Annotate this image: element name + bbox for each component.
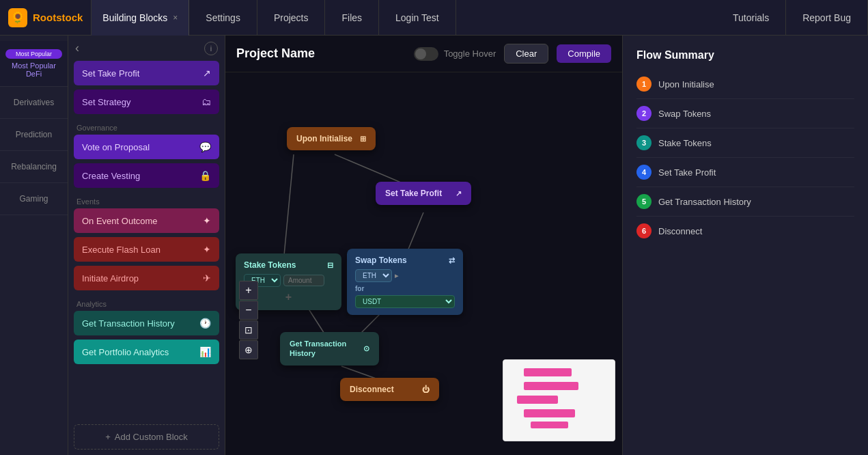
add-custom-label: Add Custom Block	[115, 432, 188, 442]
zoom-controls: + − ⊡ ⊕	[239, 281, 258, 359]
flow-num-1: 1	[636, 77, 652, 92]
section-label-analytics: Analytics	[74, 294, 219, 311]
sidebar-item-label-defi: Most Popular DeFi	[12, 61, 56, 78]
flow-num-3: 3	[636, 135, 652, 150]
flow-item-label-5: Get Transaction History	[658, 197, 751, 207]
node-disconnect[interactable]: Disconnect ⏻	[340, 378, 439, 401]
swap-tokens-label: Swap Tokens	[355, 256, 407, 265]
flow-num-4: 4	[636, 165, 652, 180]
building-blocks-tab[interactable]: Building Blocks ×	[92, 0, 189, 36]
minimap[interactable]	[503, 359, 615, 441]
most-popular-badge: Most Popular	[5, 49, 62, 59]
nav-tab-settings[interactable]: Settings	[189, 0, 257, 36]
swap-icon: ⇄	[449, 256, 455, 265]
clear-button[interactable]: Clear	[504, 44, 548, 64]
top-nav: 🌻 Rootstock Building Blocks × Settings P…	[0, 0, 868, 36]
info-icon[interactable]: i	[204, 42, 218, 55]
sidebar-item-derivatives[interactable]: Derivatives	[0, 87, 68, 119]
flow-num-5: 5	[636, 194, 652, 209]
flow-item-label-1: Upon Initialise	[658, 79, 714, 89]
canvas-area: Project Name Toggle Hover Clear Compile	[225, 36, 622, 455]
block-label: Initiate Airdrop	[82, 273, 139, 284]
flow-item-label-6: Disconnect	[658, 226, 702, 236]
toggle-hover-label: Toggle Hover	[444, 49, 496, 59]
toggle-hover-control[interactable]: Toggle Hover	[414, 47, 496, 61]
block-vote-on-proposal[interactable]: Vote on Proposal 💬	[74, 135, 219, 159]
minimap-block-4	[524, 409, 575, 417]
swap-divider: ▸	[395, 272, 398, 279]
node-swap-tokens[interactable]: Swap Tokens ⇄ ETH ▸ for USDT	[347, 249, 463, 315]
flow-item-label-2: Swap Tokens	[658, 109, 711, 119]
block-icon-lightning: ✦	[203, 215, 211, 226]
flow-summary-item-2: 2 Swap Tokens	[636, 99, 854, 128]
block-label: Vote on Proposal	[82, 142, 150, 152]
block-set-strategy[interactable]: Set Strategy 🗂	[74, 89, 219, 114]
section-label-governance: Governance	[74, 118, 219, 135]
block-label: Create Vesting	[82, 171, 140, 181]
zoom-out-button[interactable]: −	[239, 301, 258, 320]
svg-line-2	[283, 154, 294, 262]
stake-header: Stake Tokens ⊟	[244, 260, 333, 270]
minimap-block-2	[524, 382, 578, 390]
block-initiate-airdrop[interactable]: Initiate Airdrop ✈	[74, 266, 219, 290]
sidebar-item-most-popular[interactable]: Most Popular Most Popular DeFi	[0, 41, 68, 87]
block-set-take-profit[interactable]: Set Take Profit ↗	[74, 61, 219, 85]
zoom-reset-button[interactable]: ⊕	[239, 340, 258, 359]
zoom-fit-button[interactable]: ⊡	[239, 320, 258, 340]
flow-num-6: 6	[636, 223, 652, 238]
block-get-portfolio-analytics[interactable]: Get Portfolio Analytics 📊	[74, 340, 219, 364]
sidebar-blocks: ‹ i Set Take Profit ↗ Set Strategy 🗂 Gov…	[68, 36, 225, 455]
logo-text: Rootstock	[33, 12, 83, 23]
swap-for-row: for	[355, 285, 455, 292]
minimap-block-5	[531, 422, 568, 428]
nav-tab-files[interactable]: Files	[325, 0, 379, 36]
for-label: for	[355, 285, 364, 292]
node-upon-init-label: Upon Initialise	[296, 134, 352, 143]
sidebar-item-prediction[interactable]: Prediction	[0, 119, 68, 151]
minimap-block-1	[524, 368, 572, 376]
node-get-transaction-history[interactable]: Get Transaction History ⊙	[280, 332, 379, 366]
logo-icon: 🌻	[8, 8, 27, 27]
sidebar-item-rebalancing[interactable]: Rebalancing	[0, 151, 68, 183]
logo-area: 🌻 Rootstock	[0, 0, 92, 36]
sidebar-item-gaming[interactable]: Gaming	[0, 183, 68, 215]
node-set-take-profit[interactable]: Set Take Profit ↗	[376, 182, 471, 205]
flow-summary-list: 1 Upon Initialise 2 Swap Tokens 3 Stake …	[623, 70, 868, 245]
toggle-switch[interactable]	[414, 47, 438, 61]
swap-from-select[interactable]: ETH	[355, 269, 392, 282]
node-upon-initialise[interactable]: Upon Initialise ⊞	[287, 127, 376, 150]
flow-summary-item-5: 5 Get Transaction History	[636, 187, 854, 217]
nav-tab-login-test[interactable]: Login Test	[379, 0, 456, 36]
block-execute-flash-loan[interactable]: Execute Flash Loan ✦	[74, 237, 219, 262]
add-custom-block-button[interactable]: + Add Custom Block	[74, 424, 219, 450]
block-get-transaction-history[interactable]: Get Transaction History 🕐	[74, 311, 219, 335]
nav-tab-tutorials[interactable]: Tutorials	[716, 0, 786, 36]
block-icon-airdrop: ✈	[203, 273, 211, 284]
flow-summary-title: Flow Summary	[623, 36, 868, 70]
swap-to-select[interactable]: USDT	[355, 295, 455, 308]
flow-num-2: 2	[636, 106, 652, 121]
tab-close-icon[interactable]: ×	[173, 13, 178, 23]
node-port-icon: ↗	[456, 189, 462, 198]
node-disconnect-label: Disconnect	[350, 385, 394, 394]
flow-item-label-4: Set Take Profit	[658, 167, 716, 178]
canvas-body[interactable]: Upon Initialise ⊞ Set Take Profit ↗ Swap…	[225, 72, 622, 455]
stake-amount-input[interactable]	[283, 275, 324, 286]
nav-tab-projects[interactable]: Projects	[257, 0, 326, 36]
node-header: Swap Tokens ⇄	[355, 256, 455, 265]
node-set-take-profit-label: Set Take Profit	[385, 189, 442, 198]
node-get-tx-label: Get Transaction History	[290, 339, 359, 359]
block-icon-flash: ✦	[203, 244, 211, 255]
minimap-block-3	[517, 396, 558, 404]
block-create-vesting[interactable]: Create Vesting 🔒	[74, 163, 219, 188]
section-label-events: Events	[74, 192, 219, 208]
compile-button[interactable]: Compile	[557, 44, 611, 63]
building-blocks-label: Building Blocks	[102, 12, 167, 23]
block-label: Set Strategy	[82, 97, 131, 107]
block-on-event-outcome[interactable]: On Event Outcome ✦	[74, 208, 219, 233]
collapse-arrow-icon[interactable]: ‹	[75, 41, 79, 55]
zoom-in-button[interactable]: +	[239, 281, 258, 300]
block-label: On Event Outcome	[82, 216, 158, 226]
nav-tab-report-bug[interactable]: Report Bug	[786, 0, 868, 36]
block-icon-chat: 💬	[199, 141, 211, 152]
